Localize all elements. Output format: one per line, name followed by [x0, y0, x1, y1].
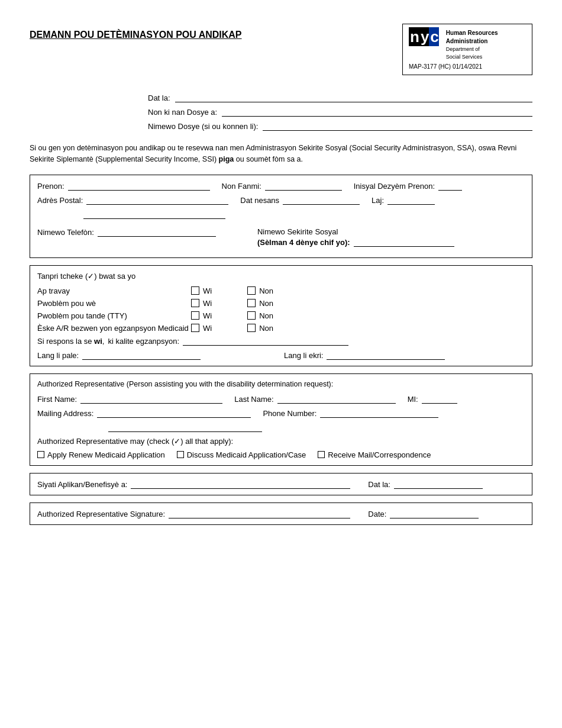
name-row: Prenon: Non Fanmi: Inisyal Dezyèm Prenon…: [37, 181, 525, 191]
adres-group: Adrès Postal:: [37, 195, 228, 205]
auth-mailing-input[interactable]: [97, 408, 251, 418]
inisyal-input[interactable]: [438, 181, 462, 191]
auth-phone-input[interactable]: [320, 408, 438, 418]
auth-mi-label: MI:: [408, 395, 418, 404]
auth-rep-signature-section: Authorized Representative Signature: Dat…: [30, 502, 532, 525]
prenon-input[interactable]: [68, 181, 210, 191]
non-label-0: Non: [259, 286, 273, 295]
logo-text: Human Resources Administration Departmen…: [446, 29, 526, 60]
checkbox-non-2[interactable]: [247, 311, 256, 320]
checkbox-non-0[interactable]: [247, 286, 256, 295]
siyati-dat-input[interactable]: [394, 479, 483, 489]
auth-phone-label: Phone Number:: [263, 409, 316, 418]
ssn-label-line1: Nimewo Sekirite Sosyal: [257, 227, 454, 236]
auth-option-label-0: Apply Renew Medicaid Application: [47, 450, 165, 459]
adres-input[interactable]: [86, 195, 228, 205]
auth-phone-group: Phone Number:: [263, 408, 438, 418]
check-row-2: Pwoblèm pou tande (TTY) Wi Non: [37, 311, 525, 320]
checkbox-wi-0[interactable]: [191, 286, 199, 295]
dat-nesans-group: Dat nesans: [240, 195, 360, 205]
auth-sig-input[interactable]: [169, 509, 350, 518]
checkbox-non-3[interactable]: [247, 324, 256, 332]
auth-mi-input[interactable]: [422, 394, 457, 404]
auth-checkbox-0[interactable]: [37, 451, 44, 458]
auth-option-label-1: Discuss Medicaid Application/Case: [187, 450, 306, 459]
dat-la-row: Dat la:: [148, 93, 532, 102]
auth-addr2-input[interactable]: [108, 423, 262, 432]
nimewo-dosye-input[interactable]: [263, 121, 532, 131]
auth-option-label-2: Receive Mail/Correspondence: [328, 450, 431, 459]
checkbox-wi-3[interactable]: [191, 324, 199, 332]
telefon-group: Nimewo Telefòn:: [37, 227, 216, 237]
checkbox-wi-1[interactable]: [191, 299, 199, 307]
auth-last-group: Last Name:: [234, 394, 395, 404]
inisyal-group: Inisyal Dezyèm Prenon:: [354, 181, 462, 191]
lang-pale-input[interactable]: [82, 350, 201, 360]
agency-name: Human Resources Administration: [446, 29, 526, 46]
date-fields-section: Dat la: Non ki nan Dosye a: Nimewo Dosye…: [148, 93, 532, 131]
auth-first-input[interactable]: [80, 394, 222, 404]
ssn-input[interactable]: [354, 237, 454, 247]
telefon-input[interactable]: [98, 227, 216, 237]
dat-nesans-input[interactable]: [283, 195, 360, 205]
lang-pale-group: Lang li pale:: [37, 350, 278, 360]
auth-option-2: Receive Mail/Correspondence: [318, 450, 431, 459]
check-wi-3: Wi: [191, 324, 212, 333]
lang-ekri-label: Lang li ekri:: [284, 351, 323, 360]
intro-text: Si ou gen yon detèminasyon pou andikap o…: [30, 143, 532, 165]
auth-rep-title: Authorized Representative (Person assist…: [37, 380, 525, 388]
non-label-1: Non: [259, 299, 273, 308]
check-label-2: Pwoblèm pou tande (TTY): [37, 311, 191, 320]
check-label-3: Èske A/R bezwen yon egzanpsyon Medicaid: [37, 324, 191, 333]
non-fanmi-label: Non Fanmi:: [222, 182, 261, 191]
auth-date-input[interactable]: [390, 509, 479, 518]
auth-sig-row: Authorized Representative Signature: Dat…: [37, 509, 525, 518]
check-wi-1: Wi: [191, 299, 212, 308]
siyati-dat-group: Dat la:: [368, 479, 525, 489]
check-wi-2: Wi: [191, 311, 212, 320]
dat-la-input[interactable]: [175, 93, 532, 102]
siyati-input[interactable]: [131, 479, 350, 489]
non-fanmi-input[interactable]: [265, 181, 342, 191]
agency-sub2: Social Services: [446, 53, 526, 61]
applicant-signature-section: Siyati Aplikan/Benefisyè a: Dat la:: [30, 473, 532, 495]
auth-rep-section: Authorized Representative (Person assist…: [30, 373, 532, 466]
lang-ekri-input[interactable]: [327, 350, 445, 360]
ki-kalite-label: ki kalite egzanpsyon:: [108, 337, 179, 346]
check-non-0: Non: [247, 286, 273, 295]
checkbox-non-1[interactable]: [247, 299, 256, 307]
auth-first-label: First Name:: [37, 395, 77, 404]
checkbox-wi-2[interactable]: [191, 311, 199, 320]
laj-input[interactable]: [387, 195, 435, 205]
auth-last-input[interactable]: [277, 394, 396, 404]
nyc-logo-graphic: nyc: [409, 29, 441, 44]
check-non-1: Non: [247, 299, 273, 308]
laj-label: Laj:: [372, 196, 384, 205]
auth-sig-group: Authorized Representative Signature:: [37, 509, 350, 518]
dat-la-label: Dat la:: [148, 94, 170, 102]
adres-line2-input[interactable]: [83, 210, 225, 219]
page-title: DEMANN POU DETÈMINASYON POU ANDIKAP: [30, 30, 402, 40]
non-dosye-input[interactable]: [222, 107, 532, 117]
si-respons-row: Si respons la se wi, ki kalite egzanpsyo…: [37, 336, 525, 346]
check-label-1: Pwoblèm pou wè: [37, 299, 191, 308]
auth-date-label: Date:: [368, 510, 386, 518]
auth-options-row: Apply Renew Medicaid Application Discuss…: [37, 450, 525, 459]
auth-checkbox-2[interactable]: [318, 451, 325, 458]
ssn-label-line2: (Sèlman 4 dènye chif yo):: [257, 238, 350, 247]
ki-kalite-input[interactable]: [183, 336, 348, 346]
prenon-label: Prenon:: [37, 182, 64, 191]
non-label-2: Non: [259, 311, 273, 320]
si-respons-label: Si respons la se wi,: [37, 337, 104, 346]
check-row-1: Pwoblèm pou wè Wi Non: [37, 299, 525, 308]
auth-addr2-row: [37, 423, 525, 432]
auth-checkbox-1[interactable]: [177, 451, 184, 458]
personal-info-section: Prenon: Non Fanmi: Inisyal Dezyèm Prenon…: [30, 175, 532, 258]
non-dosye-label: Non ki nan Dosye a:: [148, 108, 217, 117]
wi-label-3: Wi: [203, 324, 212, 333]
inisyal-label: Inisyal Dezyèm Prenon:: [354, 182, 435, 191]
lang-row: Lang li pale: Lang li ekri:: [37, 350, 525, 360]
logo-block: nyc Human Resources Administration Depar…: [402, 24, 532, 75]
siyati-label: Siyati Aplikan/Benefisyè a:: [37, 480, 127, 489]
adres-line2-row: [37, 210, 525, 219]
